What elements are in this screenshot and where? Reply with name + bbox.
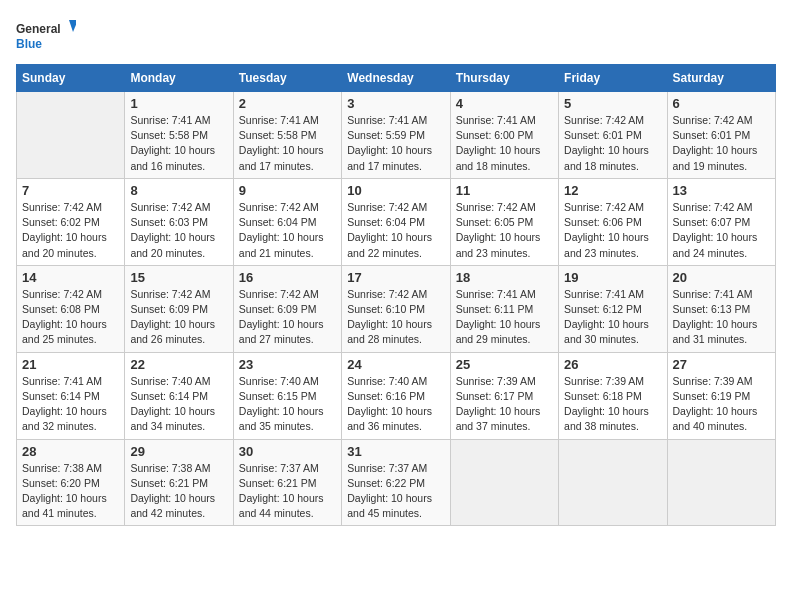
day-info: Sunrise: 7:40 AM Sunset: 6:16 PM Dayligh… (347, 374, 444, 435)
day-info: Sunrise: 7:42 AM Sunset: 6:01 PM Dayligh… (564, 113, 661, 174)
day-cell: 10Sunrise: 7:42 AM Sunset: 6:04 PM Dayli… (342, 178, 450, 265)
day-cell: 7Sunrise: 7:42 AM Sunset: 6:02 PM Daylig… (17, 178, 125, 265)
col-header-wednesday: Wednesday (342, 65, 450, 92)
day-number: 1 (130, 96, 227, 111)
day-cell: 2Sunrise: 7:41 AM Sunset: 5:58 PM Daylig… (233, 92, 341, 179)
day-info: Sunrise: 7:41 AM Sunset: 6:00 PM Dayligh… (456, 113, 553, 174)
col-header-thursday: Thursday (450, 65, 558, 92)
day-info: Sunrise: 7:42 AM Sunset: 6:09 PM Dayligh… (239, 287, 336, 348)
day-number: 8 (130, 183, 227, 198)
day-cell: 1Sunrise: 7:41 AM Sunset: 5:58 PM Daylig… (125, 92, 233, 179)
day-info: Sunrise: 7:42 AM Sunset: 6:08 PM Dayligh… (22, 287, 119, 348)
week-row-3: 14Sunrise: 7:42 AM Sunset: 6:08 PM Dayli… (17, 265, 776, 352)
svg-text:Blue: Blue (16, 37, 42, 51)
day-number: 3 (347, 96, 444, 111)
day-cell: 15Sunrise: 7:42 AM Sunset: 6:09 PM Dayli… (125, 265, 233, 352)
day-cell: 31Sunrise: 7:37 AM Sunset: 6:22 PM Dayli… (342, 439, 450, 526)
day-info: Sunrise: 7:42 AM Sunset: 6:04 PM Dayligh… (347, 200, 444, 261)
week-row-4: 21Sunrise: 7:41 AM Sunset: 6:14 PM Dayli… (17, 352, 776, 439)
day-info: Sunrise: 7:39 AM Sunset: 6:19 PM Dayligh… (673, 374, 770, 435)
day-number: 9 (239, 183, 336, 198)
day-number: 6 (673, 96, 770, 111)
day-info: Sunrise: 7:41 AM Sunset: 5:59 PM Dayligh… (347, 113, 444, 174)
day-info: Sunrise: 7:41 AM Sunset: 5:58 PM Dayligh… (130, 113, 227, 174)
day-info: Sunrise: 7:41 AM Sunset: 5:58 PM Dayligh… (239, 113, 336, 174)
day-info: Sunrise: 7:40 AM Sunset: 6:15 PM Dayligh… (239, 374, 336, 435)
day-cell: 18Sunrise: 7:41 AM Sunset: 6:11 PM Dayli… (450, 265, 558, 352)
day-cell: 28Sunrise: 7:38 AM Sunset: 6:20 PM Dayli… (17, 439, 125, 526)
week-row-1: 1Sunrise: 7:41 AM Sunset: 5:58 PM Daylig… (17, 92, 776, 179)
day-number: 13 (673, 183, 770, 198)
day-cell (17, 92, 125, 179)
day-cell: 3Sunrise: 7:41 AM Sunset: 5:59 PM Daylig… (342, 92, 450, 179)
day-info: Sunrise: 7:42 AM Sunset: 6:02 PM Dayligh… (22, 200, 119, 261)
day-cell: 23Sunrise: 7:40 AM Sunset: 6:15 PM Dayli… (233, 352, 341, 439)
week-row-2: 7Sunrise: 7:42 AM Sunset: 6:02 PM Daylig… (17, 178, 776, 265)
day-number: 31 (347, 444, 444, 459)
day-info: Sunrise: 7:42 AM Sunset: 6:07 PM Dayligh… (673, 200, 770, 261)
day-cell: 24Sunrise: 7:40 AM Sunset: 6:16 PM Dayli… (342, 352, 450, 439)
day-cell: 20Sunrise: 7:41 AM Sunset: 6:13 PM Dayli… (667, 265, 775, 352)
day-cell: 16Sunrise: 7:42 AM Sunset: 6:09 PM Dayli… (233, 265, 341, 352)
day-number: 19 (564, 270, 661, 285)
day-cell: 5Sunrise: 7:42 AM Sunset: 6:01 PM Daylig… (559, 92, 667, 179)
day-info: Sunrise: 7:39 AM Sunset: 6:18 PM Dayligh… (564, 374, 661, 435)
day-info: Sunrise: 7:41 AM Sunset: 6:12 PM Dayligh… (564, 287, 661, 348)
day-info: Sunrise: 7:42 AM Sunset: 6:09 PM Dayligh… (130, 287, 227, 348)
day-cell (667, 439, 775, 526)
day-cell: 29Sunrise: 7:38 AM Sunset: 6:21 PM Dayli… (125, 439, 233, 526)
day-number: 17 (347, 270, 444, 285)
day-number: 29 (130, 444, 227, 459)
col-header-friday: Friday (559, 65, 667, 92)
calendar-table: SundayMondayTuesdayWednesdayThursdayFrid… (16, 64, 776, 526)
day-number: 27 (673, 357, 770, 372)
day-number: 25 (456, 357, 553, 372)
day-info: Sunrise: 7:40 AM Sunset: 6:14 PM Dayligh… (130, 374, 227, 435)
day-info: Sunrise: 7:39 AM Sunset: 6:17 PM Dayligh… (456, 374, 553, 435)
day-number: 15 (130, 270, 227, 285)
day-cell: 30Sunrise: 7:37 AM Sunset: 6:21 PM Dayli… (233, 439, 341, 526)
day-cell: 12Sunrise: 7:42 AM Sunset: 6:06 PM Dayli… (559, 178, 667, 265)
day-info: Sunrise: 7:42 AM Sunset: 6:03 PM Dayligh… (130, 200, 227, 261)
day-cell: 19Sunrise: 7:41 AM Sunset: 6:12 PM Dayli… (559, 265, 667, 352)
day-number: 24 (347, 357, 444, 372)
day-info: Sunrise: 7:42 AM Sunset: 6:04 PM Dayligh… (239, 200, 336, 261)
day-number: 22 (130, 357, 227, 372)
day-info: Sunrise: 7:38 AM Sunset: 6:21 PM Dayligh… (130, 461, 227, 522)
day-info: Sunrise: 7:42 AM Sunset: 6:01 PM Dayligh… (673, 113, 770, 174)
day-cell: 4Sunrise: 7:41 AM Sunset: 6:00 PM Daylig… (450, 92, 558, 179)
day-number: 2 (239, 96, 336, 111)
day-info: Sunrise: 7:41 AM Sunset: 6:13 PM Dayligh… (673, 287, 770, 348)
day-cell: 8Sunrise: 7:42 AM Sunset: 6:03 PM Daylig… (125, 178, 233, 265)
logo-svg: General Blue (16, 16, 76, 56)
day-number: 4 (456, 96, 553, 111)
day-number: 20 (673, 270, 770, 285)
day-cell (450, 439, 558, 526)
day-number: 14 (22, 270, 119, 285)
day-cell: 22Sunrise: 7:40 AM Sunset: 6:14 PM Dayli… (125, 352, 233, 439)
day-number: 23 (239, 357, 336, 372)
day-cell: 21Sunrise: 7:41 AM Sunset: 6:14 PM Dayli… (17, 352, 125, 439)
day-number: 28 (22, 444, 119, 459)
col-header-sunday: Sunday (17, 65, 125, 92)
col-header-monday: Monday (125, 65, 233, 92)
day-cell: 27Sunrise: 7:39 AM Sunset: 6:19 PM Dayli… (667, 352, 775, 439)
day-cell: 17Sunrise: 7:42 AM Sunset: 6:10 PM Dayli… (342, 265, 450, 352)
col-header-tuesday: Tuesday (233, 65, 341, 92)
week-row-5: 28Sunrise: 7:38 AM Sunset: 6:20 PM Dayli… (17, 439, 776, 526)
page-header: General Blue (16, 16, 776, 56)
day-info: Sunrise: 7:41 AM Sunset: 6:11 PM Dayligh… (456, 287, 553, 348)
day-number: 26 (564, 357, 661, 372)
day-cell: 13Sunrise: 7:42 AM Sunset: 6:07 PM Dayli… (667, 178, 775, 265)
day-info: Sunrise: 7:42 AM Sunset: 6:05 PM Dayligh… (456, 200, 553, 261)
day-cell: 9Sunrise: 7:42 AM Sunset: 6:04 PM Daylig… (233, 178, 341, 265)
day-info: Sunrise: 7:41 AM Sunset: 6:14 PM Dayligh… (22, 374, 119, 435)
day-number: 5 (564, 96, 661, 111)
day-number: 11 (456, 183, 553, 198)
day-info: Sunrise: 7:38 AM Sunset: 6:20 PM Dayligh… (22, 461, 119, 522)
logo: General Blue (16, 16, 76, 56)
day-info: Sunrise: 7:37 AM Sunset: 6:22 PM Dayligh… (347, 461, 444, 522)
svg-text:General: General (16, 22, 61, 36)
day-cell: 14Sunrise: 7:42 AM Sunset: 6:08 PM Dayli… (17, 265, 125, 352)
day-number: 30 (239, 444, 336, 459)
